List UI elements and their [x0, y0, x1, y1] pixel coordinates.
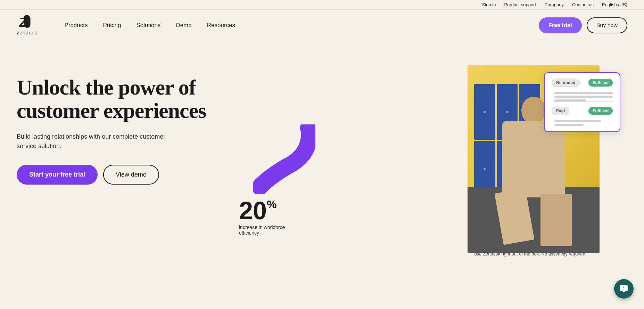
purple-swoosh-icon	[253, 124, 315, 194]
chat-widget-button[interactable]	[614, 279, 634, 299]
hero-left-content: Unlock the power of customer experiences…	[17, 62, 218, 185]
nav-links: Products Pricing Solutions Demo Resource…	[58, 19, 539, 32]
card-line	[554, 92, 613, 94]
card-line	[554, 124, 584, 126]
logo-text: zendesk	[17, 30, 37, 35]
hero-headline: Unlock the power of customer experiences	[17, 76, 218, 122]
card-line	[554, 120, 601, 122]
logo[interactable]: Z zendesk	[17, 15, 37, 35]
stat-display: 20%	[239, 198, 285, 223]
stat-number: 20	[239, 198, 267, 223]
nav-demo[interactable]: Demo	[170, 19, 198, 32]
card-divider	[552, 101, 613, 102]
card-lines-2	[554, 120, 613, 126]
tag-refunded: Refunded	[552, 79, 580, 87]
chat-bubble-icon	[619, 284, 628, 293]
nav-resources[interactable]: Resources	[201, 19, 241, 32]
nav-actions: Free trial Buy now	[539, 17, 627, 33]
start-trial-button[interactable]: Start your free trial	[17, 165, 98, 185]
card-row-2: Paid Fulfilled	[552, 107, 613, 115]
stat-label: increase in workforceefficiency	[239, 225, 285, 236]
language-selector[interactable]: English (US)	[602, 2, 627, 7]
main-navbar: Z zendesk Products Pricing Solutions Dem…	[0, 10, 644, 41]
nav-pricing[interactable]: Pricing	[97, 19, 127, 32]
stat-card: 20% increase in workforceefficiency	[239, 198, 285, 236]
hero-subtext: Build lasting relationships with our com…	[17, 132, 176, 151]
tag-paid: Paid	[552, 107, 569, 115]
hero-right-visual: 20% increase in workforceefficiency	[232, 62, 627, 263]
zendesk-logo-icon: Z	[19, 15, 35, 29]
contact-us-link[interactable]: Contact us	[572, 2, 594, 7]
tag-fulfilled-2: Fulfilled	[588, 107, 613, 115]
product-support-link[interactable]: Product support	[504, 2, 536, 7]
card-line	[554, 96, 613, 98]
hero-section: Unlock the power of customer experiences…	[0, 41, 644, 284]
nav-solutions[interactable]: Solutions	[130, 19, 167, 32]
view-demo-button[interactable]: View demo	[103, 165, 159, 185]
tag-fulfilled-1: Fulfilled	[588, 79, 613, 87]
buy-now-button[interactable]: Buy now	[587, 17, 627, 33]
svg-text:Z: Z	[19, 15, 28, 29]
hero-buttons: Start your free trial View demo	[17, 165, 218, 185]
sign-in-link[interactable]: Sign in	[482, 2, 496, 7]
stat-percent: %	[267, 198, 276, 211]
top-utility-bar: Sign in Product support Company Contact …	[0, 0, 644, 10]
nav-products[interactable]: Products	[58, 19, 94, 32]
company-link[interactable]: Company	[544, 2, 564, 7]
card-lines-1	[554, 92, 613, 101]
image-caption: Use Zendesk right out of the box. No ass…	[468, 251, 593, 257]
card-row-1: Refunded Fulfilled	[552, 79, 613, 87]
ui-overlay-card: Refunded Fulfilled Paid Fulfilled	[544, 72, 620, 132]
free-trial-button[interactable]: Free trial	[539, 17, 582, 33]
